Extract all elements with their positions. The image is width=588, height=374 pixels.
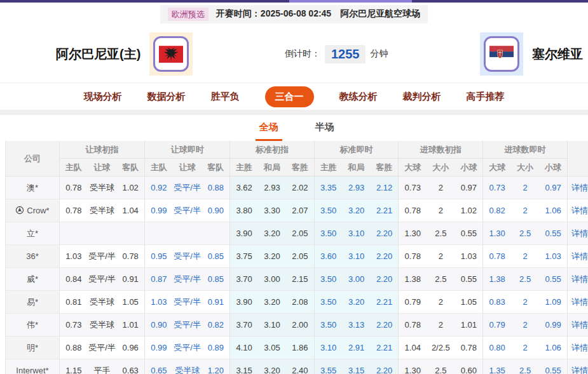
tab-live-analysis[interactable]: 现场分析 bbox=[84, 91, 122, 103]
sub-header-5-0: 大球 bbox=[483, 159, 511, 177]
countdown-unit: 分钟 bbox=[370, 48, 388, 60]
odds-cell: 0.78 bbox=[116, 245, 144, 268]
odds-cell: 3.50 bbox=[314, 268, 342, 291]
detail-link[interactable]: 详情 bbox=[568, 251, 588, 261]
odds-cell: 受平/半 bbox=[173, 337, 202, 359]
sub-header-2-2: 客胜 bbox=[286, 159, 314, 177]
odds-cell: 0.78 bbox=[483, 245, 511, 268]
odds-cell: 0.91 bbox=[202, 291, 229, 314]
top-progress-segment bbox=[289, 0, 412, 3]
odds-cell: 0.89 bbox=[202, 337, 229, 359]
odds-cell: 受平/半 bbox=[88, 245, 117, 268]
odds-cell: 0.55 bbox=[539, 268, 567, 291]
odds-cell: 3.90 bbox=[230, 291, 258, 314]
odds-cell: 0.96 bbox=[116, 337, 144, 359]
detail-link[interactable]: 详情 bbox=[568, 366, 588, 374]
tab-win-draw-lose[interactable]: 胜平负 bbox=[211, 91, 240, 103]
home-flag-frame bbox=[153, 36, 189, 72]
tab-expert-picks[interactable]: 高手推荐 bbox=[467, 91, 505, 103]
odds-cell bbox=[173, 222, 202, 245]
sub-header-4-2: 小球 bbox=[455, 159, 483, 177]
period-sub-tabs: 全场 半场 bbox=[5, 115, 588, 141]
detail-link[interactable]: 详情 bbox=[568, 343, 588, 352]
tab-referee-analysis[interactable]: 裁判分析 bbox=[403, 91, 441, 103]
odds-cell: 1.03 bbox=[455, 245, 483, 268]
sub-header-0-2: 客队 bbox=[116, 159, 144, 177]
odds-cell: 受平/半 bbox=[173, 314, 202, 337]
odds-cell: 1.04 bbox=[116, 199, 144, 222]
odds-cell: 受平/半 bbox=[173, 245, 202, 268]
odds-cell: 1.03 bbox=[59, 245, 87, 268]
odds-cell: 1.05 bbox=[116, 291, 144, 314]
detail-link[interactable]: 详情 bbox=[568, 229, 588, 238]
company-cell: Crow* bbox=[6, 199, 60, 222]
sub-header-0-1: 让球 bbox=[88, 159, 117, 177]
odds-cell: 2 bbox=[427, 245, 455, 268]
tab-full-match[interactable]: 全场 bbox=[256, 115, 282, 141]
odds-cell: 3.05 bbox=[258, 337, 286, 359]
odds-cell: 3.50 bbox=[314, 314, 342, 337]
odds-cell: 3.30 bbox=[258, 199, 286, 222]
odds-cell: 0.83 bbox=[483, 291, 511, 314]
detail-cell: 详情 bbox=[567, 268, 588, 291]
odds-cell: 1.03 bbox=[539, 245, 567, 268]
tab-coach-analysis[interactable]: 教练分析 bbox=[339, 91, 378, 103]
match-header: 阿尔巴尼亚(主) 倒计时： 1255 分钟 塞尔维亚 bbox=[0, 25, 588, 83]
detail-cell: 详情 bbox=[567, 314, 588, 337]
odds-cell: 1.04 bbox=[399, 337, 427, 359]
company-cell: 立* bbox=[6, 222, 60, 245]
odds-cell: 2 bbox=[511, 177, 539, 199]
odds-cell: 3.10 bbox=[343, 222, 371, 245]
odds-cell: 0.78 bbox=[59, 177, 87, 199]
tab-three-in-one[interactable]: 三合一 bbox=[265, 86, 314, 107]
odds-cell: 4.10 bbox=[230, 337, 258, 359]
odds-cell: 2.20 bbox=[371, 222, 399, 245]
odds-cell: 0.79 bbox=[483, 314, 511, 337]
company-cell: 易* bbox=[6, 291, 60, 314]
odds-cell: 0.99 bbox=[539, 314, 567, 337]
sub-header-3-2: 客胜 bbox=[371, 159, 399, 177]
odds-cell: 0.73 bbox=[59, 314, 87, 337]
odds-cell: 2.20 bbox=[371, 359, 399, 374]
odds-cell: 3.20 bbox=[258, 222, 286, 245]
kickoff-time: 开赛时间：2025-06-08 02:45 bbox=[216, 8, 331, 20]
odds-cell bbox=[145, 222, 173, 245]
detail-link[interactable]: 详情 bbox=[568, 297, 588, 307]
odds-cell: 2.93 bbox=[343, 177, 371, 199]
detail-link[interactable]: 详情 bbox=[568, 183, 588, 192]
section-divider bbox=[0, 110, 588, 115]
odds-cell: 3.55 bbox=[314, 359, 342, 374]
home-team-flag-box bbox=[149, 32, 193, 76]
sub-header-4-1: 大小 bbox=[427, 159, 455, 177]
odds-cell: 0.97 bbox=[455, 177, 483, 199]
odds-cell: 1.05 bbox=[455, 291, 483, 314]
odds-cell: 1.30 bbox=[399, 222, 427, 245]
sub-header-4-0: 大球 bbox=[399, 159, 427, 177]
detail-link[interactable]: 详情 bbox=[568, 206, 588, 215]
league-badge: 欧洲预选 bbox=[168, 8, 209, 21]
odds-cell: 0.82 bbox=[202, 314, 229, 337]
odds-cell: 3.70 bbox=[230, 314, 258, 337]
tab-data-analysis[interactable]: 数据分析 bbox=[147, 91, 186, 103]
odds-cell: 3.15 bbox=[343, 359, 371, 374]
odds-cell: 1.01 bbox=[116, 314, 144, 337]
group-header-4: 进球数初指 bbox=[399, 141, 483, 159]
odds-cell: 0.82 bbox=[483, 199, 511, 222]
odds-cell: 2.5 bbox=[427, 222, 455, 245]
odds-table: 公司让球初指让球即时标准初指标准即时进球数初指进球数即时主队让球客队主队让球客队… bbox=[5, 141, 588, 374]
detail-link[interactable]: 详情 bbox=[568, 274, 588, 284]
odds-cell: 0.80 bbox=[483, 337, 511, 359]
odds-cell: 0.88 bbox=[59, 337, 87, 359]
odds-cell: 1.02 bbox=[455, 199, 483, 222]
detail-cell: 详情 bbox=[567, 245, 588, 268]
tab-half-match[interactable]: 半场 bbox=[311, 115, 338, 141]
detail-link[interactable]: 详情 bbox=[568, 320, 588, 330]
odds-cell: 2.91 bbox=[343, 337, 371, 359]
odds-cell: 3.13 bbox=[343, 314, 371, 337]
odds-cell: 3.10 bbox=[343, 245, 371, 268]
odds-cell: 3.60 bbox=[314, 245, 342, 268]
odds-cell: 1.38 bbox=[399, 268, 427, 291]
odds-cell: 3.20 bbox=[258, 245, 286, 268]
odds-cell: 0.78 bbox=[399, 314, 427, 337]
odds-cell: 3.20 bbox=[258, 291, 286, 314]
